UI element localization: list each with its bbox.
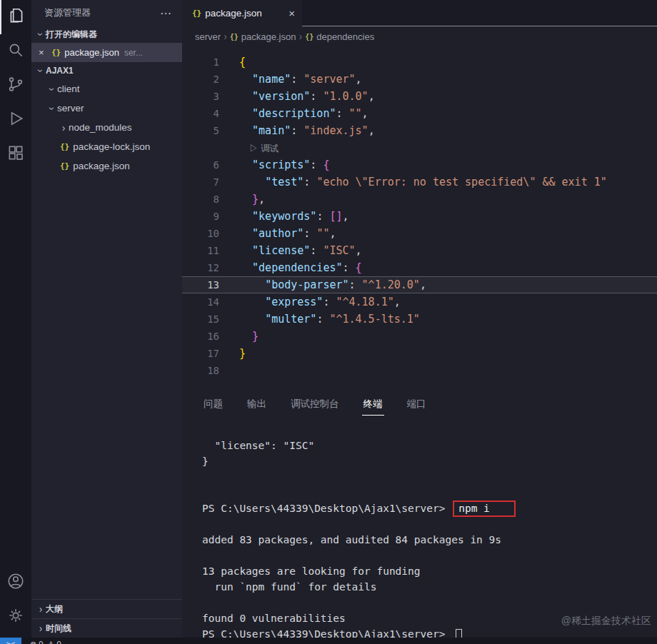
sidebar-bottom-sections: › 大纲 › 时间线 — [31, 599, 182, 638]
source-control-button[interactable] — [0, 69, 31, 103]
close-icon[interactable]: × — [39, 47, 50, 58]
gear-icon — [6, 606, 25, 628]
tab-bar: {} package.json × — [182, 0, 657, 26]
json-file-icon: {} — [60, 142, 69, 151]
json-file-icon: {} — [230, 33, 239, 41]
breadcrumb-dependencies[interactable]: dependencies — [316, 31, 374, 42]
open-editors-header[interactable]: › 打开的编辑器 — [31, 26, 182, 43]
more-actions-icon[interactable]: ⋯ — [160, 6, 172, 20]
tree-item-server[interactable]: ›server — [31, 99, 182, 118]
watermark: @稀土掘金技术社区 — [561, 615, 651, 628]
breadcrumb: server › {} package.json › {} dependenci… — [182, 26, 657, 46]
json-file-icon: {} — [60, 161, 69, 171]
extensions-icon — [6, 144, 25, 165]
chevron-right-icon: › — [59, 122, 69, 134]
breadcrumb-server[interactable]: server — [195, 31, 221, 42]
tree-item-client[interactable]: ›client — [31, 79, 182, 99]
panel-tabs: 问题输出调试控制台终端端口 — [182, 392, 657, 416]
settings-button[interactable] — [0, 600, 31, 634]
json-file-icon: {} — [192, 9, 201, 18]
panel-tab-端口[interactable]: 端口 — [406, 393, 428, 415]
json-file-icon: {} — [51, 48, 61, 57]
remote-indicator-icon[interactable]: >< — [0, 638, 21, 644]
status-bar: >< ⊗ 0 ⚠ 0 — [0, 638, 657, 644]
debug-codelens[interactable]: ▷ 调试 — [239, 144, 279, 154]
explorer-button[interactable] — [0, 0, 31, 34]
chevron-right-icon: › — [299, 31, 302, 42]
chevron-down-icon: › — [35, 29, 46, 39]
account-icon — [6, 572, 25, 593]
explorer-icon — [7, 6, 26, 28]
close-icon[interactable]: × — [289, 7, 295, 19]
tab-bar-empty — [302, 0, 657, 26]
run-and-debug-icon — [6, 109, 25, 131]
vscode-window: 资源管理器 ⋯ › 打开的编辑器 × {} package.json ser..… — [0, 0, 657, 644]
chevron-down-icon: › — [35, 66, 46, 76]
file-tree: ›client›server›node_modules{}package-loc… — [31, 79, 182, 176]
panel-tab-输出[interactable]: 输出 — [246, 393, 268, 415]
account-button[interactable] — [0, 565, 31, 600]
chevron-down-icon: › — [46, 84, 58, 94]
chevron-right-icon: › — [36, 623, 46, 634]
terminal-output[interactable]: "license": "ISC"} PS C:\Users\44339\Desk… — [182, 416, 657, 642]
json-file-icon: {} — [305, 33, 314, 41]
tree-item-node-modules[interactable]: ›node_modules — [31, 118, 182, 137]
npm-i-highlight-box: npm i — [453, 500, 516, 517]
editor-group: {} package.json × server › {} package.js… — [182, 0, 657, 638]
tab-package-json[interactable]: {} package.json × — [182, 0, 302, 26]
tree-item-package-lock-json[interactable]: {}package-lock.json — [31, 137, 182, 156]
source-control-icon — [6, 75, 25, 96]
explorer-sidebar: 资源管理器 ⋯ › 打开的编辑器 × {} package.json ser..… — [31, 0, 182, 638]
chevron-right-icon: › — [224, 31, 227, 42]
tree-item-package-json[interactable]: {}package.json — [31, 156, 182, 176]
bottom-panel: 问题输出调试控制台终端端口 "license": "ISC"} PS C:\Us… — [182, 392, 657, 638]
outline-section[interactable]: › 大纲 — [31, 599, 182, 618]
search-button[interactable] — [0, 34, 31, 69]
activity-bar — [0, 0, 31, 644]
chevron-down-icon: › — [46, 104, 58, 114]
terminal-prompt: PS C:\Users\44339\Desktop\Ajax1\server> — [202, 503, 451, 514]
panel-tab-终端[interactable]: 终端 — [362, 393, 384, 416]
chevron-right-icon: › — [36, 603, 46, 615]
sidebar-title: 资源管理器 — [44, 6, 91, 19]
extensions-button[interactable] — [0, 137, 31, 171]
breadcrumb-package-json[interactable]: package.json — [241, 31, 296, 42]
panel-tab-问题[interactable]: 问题 — [202, 393, 224, 415]
timeline-section[interactable]: › 时间线 — [31, 618, 182, 638]
workspace-header[interactable]: › AJAX1 — [31, 62, 182, 79]
code-area[interactable]: 1{2 "name": "server",3 "version": "1.0.0… — [182, 46, 657, 379]
run-and-debug-button[interactable] — [0, 103, 31, 137]
panel-tab-调试控制台[interactable]: 调试控制台 — [289, 393, 341, 415]
problems-status[interactable]: ⊗ 0 ⚠ 0 — [30, 638, 61, 644]
open-editor-package-json[interactable]: × {} package.json ser... — [31, 43, 182, 62]
search-icon — [6, 41, 25, 62]
